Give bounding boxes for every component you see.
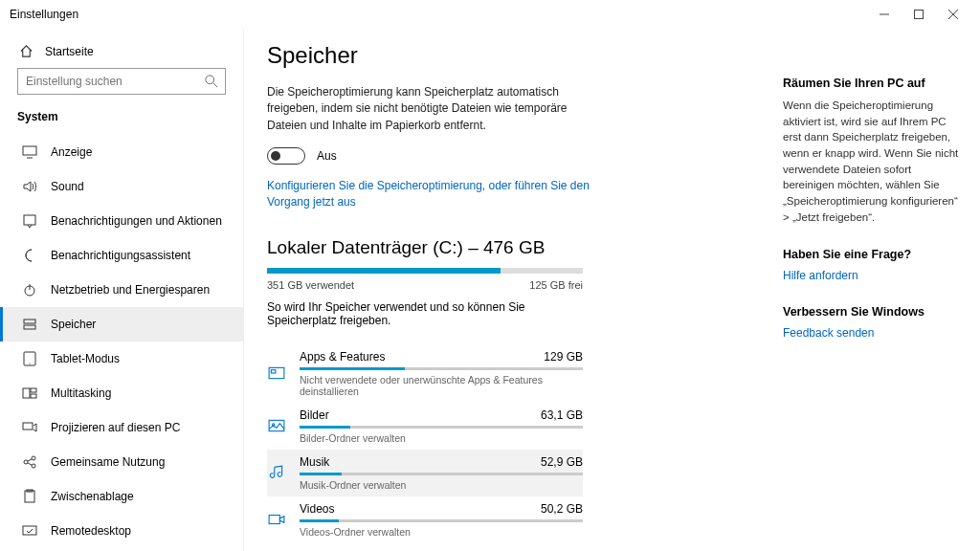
sidebar-item-label: Anzeige (51, 145, 92, 159)
sidebar-item-label: Zwischenablage (51, 490, 134, 503)
sidebar-item-label: Sound (51, 180, 84, 193)
category-bar (300, 367, 583, 370)
category-sub: Musik-Ordner verwalten (300, 479, 583, 491)
svg-line-23 (28, 463, 32, 465)
storage-category-videos[interactable]: Videos50,2 GBVideos-Ordner verwalten (267, 496, 583, 543)
tablet-icon (22, 351, 37, 366)
tidy-text: Wenn die Speicheroptimierung aktiviert i… (783, 98, 961, 225)
sidebar-home[interactable]: Startseite (0, 36, 243, 68)
sidebar-item-label: Multitasking (51, 386, 111, 400)
sidebar-item-label: Remotedesktop (51, 524, 131, 538)
help-link[interactable]: Hilfe anfordern (783, 269, 961, 282)
sidebar-item-label: Speicher (51, 318, 96, 331)
svg-rect-31 (269, 516, 279, 524)
sound-icon (22, 179, 37, 194)
svg-rect-6 (23, 146, 36, 155)
sidebar-item-sound[interactable]: Sound (0, 169, 243, 204)
configure-storage-link[interactable]: Konfigurieren Sie die Speicheroptimierun… (267, 178, 592, 210)
sidebar-home-label: Startseite (45, 45, 94, 58)
right-panel: Räumen Sie Ihren PC auf Wenn die Speiche… (769, 29, 980, 551)
sidebar-item-label: Netzbetrieb und Energiesparen (51, 283, 210, 297)
sidebar-item-label: Gemeinsame Nutzung (51, 455, 165, 469)
project-icon (22, 420, 37, 435)
svg-point-14 (29, 363, 30, 364)
multi-icon (22, 386, 37, 401)
notify-icon (22, 213, 37, 229)
sidebar: Startseite System AnzeigeSoundBenachrich… (0, 29, 244, 551)
svg-rect-1 (915, 11, 924, 19)
sidebar-item-gemeinsame-nutzung[interactable]: Gemeinsame Nutzung (0, 445, 243, 479)
search-input[interactable] (17, 68, 226, 95)
svg-point-19 (24, 460, 28, 464)
maximize-button[interactable] (902, 0, 936, 29)
svg-rect-24 (25, 491, 34, 502)
category-bar (300, 473, 583, 475)
home-icon (19, 44, 33, 58)
disk-heading: Lokaler Datenträger (C:) – 476 GB (267, 237, 750, 258)
category-sub: Bilder-Ordner verwalten (300, 432, 583, 444)
storage-icon (22, 317, 37, 332)
share-icon (22, 454, 37, 470)
main-content: Speicher Die Speicheroptimierung kann Sp… (244, 29, 769, 551)
sidebar-item-multitasking[interactable]: Multitasking (0, 376, 243, 410)
disk-usage-bar (267, 268, 583, 274)
monitor-icon (22, 144, 37, 160)
storage-category-musik[interactable]: Musik52,9 GBMusik-Ordner verwalten (267, 450, 583, 496)
svg-rect-15 (23, 388, 30, 398)
tidy-heading: Räumen Sie Ihren PC auf (783, 77, 961, 90)
storage-sense-toggle[interactable] (267, 147, 305, 165)
sidebar-item-benachrichtigungsassistent[interactable]: Benachrichtigungsassistent (0, 238, 243, 273)
svg-rect-12 (24, 325, 35, 329)
category-bar (300, 519, 583, 522)
svg-point-21 (32, 464, 35, 468)
sidebar-item-label: Tablet-Modus (51, 352, 120, 365)
svg-rect-11 (24, 320, 35, 323)
svg-rect-8 (24, 215, 35, 225)
sidebar-item-anzeige[interactable]: Anzeige (0, 135, 243, 169)
storage-category-bilder[interactable]: Bilder63,1 GBBilder-Ordner verwalten (267, 403, 583, 450)
disk-free-label: 125 GB frei (529, 279, 583, 291)
sidebar-item-label: Benachrichtigungen und Aktionen (51, 214, 222, 228)
help-heading: Haben Sie eine Frage? (783, 248, 961, 261)
category-size: 63,1 GB (541, 408, 583, 422)
category-size: 50,2 GB (541, 502, 583, 516)
pictures-icon (267, 416, 286, 435)
sidebar-item-projizieren-auf-diesen-pc[interactable]: Projizieren auf diesen PC (0, 410, 243, 445)
feedback-heading: Verbessern Sie Windows (783, 305, 961, 319)
storage-category-dokumente[interactable]: Dokumente9,99 GBDokumente-Ordner verwalt… (267, 543, 583, 551)
clipboard-icon (22, 489, 37, 504)
sidebar-item-remotedesktop[interactable]: Remotedesktop (0, 514, 243, 548)
svg-rect-16 (31, 388, 36, 392)
feedback-link[interactable]: Feedback senden (783, 326, 961, 340)
toggle-state-label: Aus (317, 149, 337, 163)
category-name: Apps & Features (300, 350, 385, 364)
svg-point-20 (32, 456, 35, 460)
svg-rect-18 (23, 423, 33, 430)
page-title: Speicher (267, 42, 750, 69)
sidebar-item-netzbetrieb-und-energiesparen[interactable]: Netzbetrieb und Energiesparen (0, 273, 243, 307)
category-sub: Nicht verwendete oder unerwünschte Apps … (300, 374, 583, 397)
category-sub: Videos-Ordner verwalten (300, 526, 583, 538)
window-title: Einstellungen (10, 8, 78, 21)
apps-icon (267, 364, 286, 383)
sidebar-item-zwischenablage[interactable]: Zwischenablage (0, 479, 243, 514)
svg-point-4 (206, 76, 214, 84)
storage-desc: So wird Ihr Speicher verwendet und so kö… (267, 300, 592, 327)
sidebar-item-benachrichtigungen-und-aktionen[interactable]: Benachrichtigungen und Aktionen (0, 204, 243, 238)
titlebar: Einstellungen (0, 0, 980, 29)
close-button[interactable] (936, 0, 970, 29)
power-icon (22, 282, 37, 298)
category-size: 129 GB (544, 350, 583, 364)
remote-icon (22, 523, 37, 539)
svg-rect-17 (31, 394, 36, 398)
category-bar (300, 426, 583, 429)
storage-category-apps-features[interactable]: Apps & Features129 GBNicht verwendete od… (267, 344, 583, 403)
svg-line-22 (28, 459, 32, 461)
storage-intro: Die Speicheroptimierung kann Speicherpla… (267, 84, 592, 134)
minimize-button[interactable] (867, 0, 902, 29)
sidebar-item-label: Projizieren auf diesen PC (51, 421, 180, 434)
sidebar-item-tablet-modus[interactable]: Tablet-Modus (0, 342, 243, 376)
sidebar-item-speicher[interactable]: Speicher (0, 307, 243, 342)
category-size: 52,9 GB (541, 455, 583, 469)
video-icon (267, 510, 286, 529)
